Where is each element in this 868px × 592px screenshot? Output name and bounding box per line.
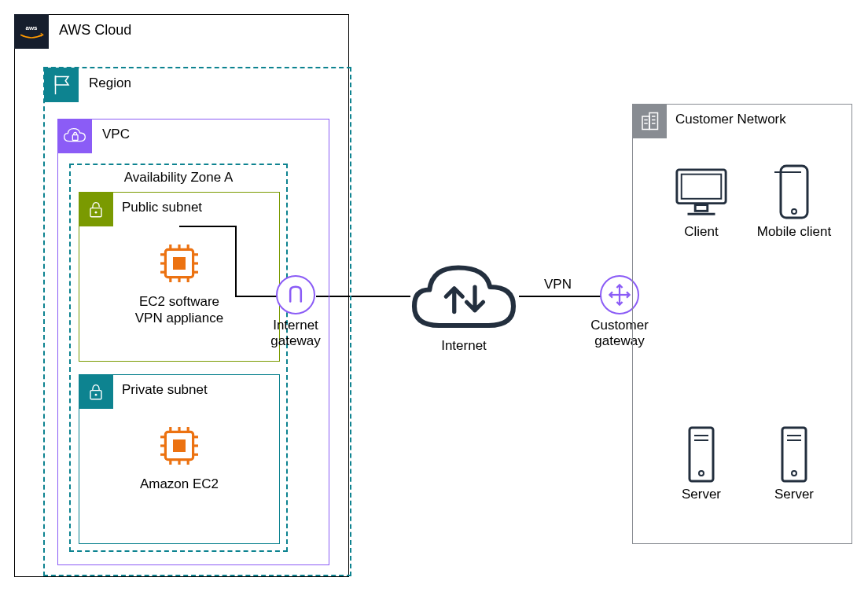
- internet-gateway-caption: Internetgateway: [256, 318, 335, 350]
- svg-rect-22: [173, 439, 186, 452]
- aws-cloud-label: AWS Cloud: [59, 22, 131, 39]
- svg-rect-48: [781, 166, 807, 218]
- ec2-vpn-appliance: EC2 softwareVPN appliance: [101, 238, 258, 327]
- mobile-client-caption: Mobile client: [751, 224, 837, 240]
- ec2-private-caption: Amazon EC2: [101, 476, 258, 492]
- svg-rect-6: [173, 257, 186, 270]
- diagram-canvas: aws AWS Cloud Region: [0, 0, 868, 592]
- cloud-icon: [409, 255, 519, 341]
- mobile-client-device: Mobile client: [751, 164, 837, 240]
- server-1-caption: Server: [658, 487, 745, 502]
- private-subnet-container: Private subnet: [79, 374, 280, 544]
- svg-point-54: [699, 471, 704, 476]
- ec2-private: Amazon EC2: [101, 421, 258, 492]
- svg-point-58: [792, 471, 796, 476]
- internet-caption: Internet: [401, 338, 527, 354]
- internet-gateway: Internetgateway: [256, 275, 335, 350]
- server-1: Server: [658, 427, 745, 502]
- public-subnet-label: Public subnet: [122, 200, 202, 215]
- region-label: Region: [89, 75, 131, 91]
- ec2-chip-icon: [154, 238, 204, 289]
- server-2: Server: [751, 427, 837, 502]
- mobile-icon: [763, 164, 826, 221]
- server-icon: [763, 427, 826, 484]
- svg-point-50: [792, 209, 796, 214]
- private-subnet-label: Private subnet: [122, 382, 208, 398]
- svg-text:aws: aws: [25, 24, 38, 31]
- client-caption: Client: [658, 224, 745, 240]
- vpc-label: VPC: [102, 127, 130, 142]
- ec2-chip-icon: [154, 421, 204, 471]
- svg-rect-38: [649, 113, 658, 130]
- availability-zone-container: Availability Zone A Public subnet: [69, 164, 288, 552]
- svg-rect-46: [695, 205, 708, 211]
- vpc-cloud-icon: [57, 119, 92, 153]
- customer-network-label: Customer Network: [675, 112, 786, 127]
- region-flag-icon: [44, 68, 79, 102]
- vpn-label: VPN: [544, 277, 572, 292]
- client-device: Client: [658, 164, 745, 240]
- public-subnet-container: Public subnet: [79, 192, 280, 362]
- svg-point-20: [95, 394, 97, 396]
- customer-network-building-icon: [632, 104, 667, 138]
- availability-zone-label: Availability Zone A: [71, 170, 286, 186]
- desktop-icon: [670, 164, 733, 221]
- server-icon: [670, 427, 733, 484]
- ec2-vpn-appliance-caption: EC2 softwareVPN appliance: [101, 293, 258, 327]
- aws-logo-icon: aws: [14, 14, 49, 49]
- internet-gateway-icon: [276, 275, 315, 314]
- server-2-caption: Server: [751, 487, 837, 502]
- internet-cloud: Internet: [401, 255, 527, 354]
- svg-rect-45: [682, 175, 722, 199]
- customer-network-container: Customer Network Client Mobile: [632, 104, 852, 544]
- svg-rect-2: [72, 135, 78, 141]
- public-subnet-lock-icon: [79, 192, 113, 226]
- svg-point-4: [95, 211, 97, 214]
- private-subnet-lock-icon: [79, 374, 113, 409]
